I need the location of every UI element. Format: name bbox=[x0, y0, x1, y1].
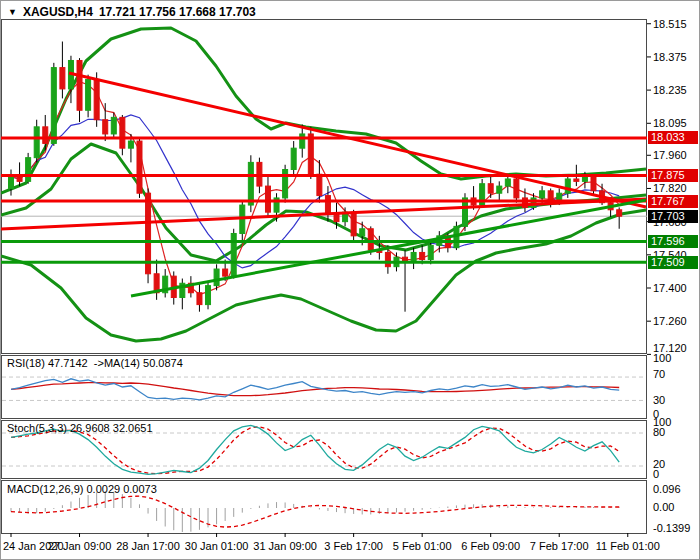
svg-text:17.120: 17.120 bbox=[653, 342, 687, 354]
candle bbox=[283, 170, 288, 198]
trading-chart-window: { "title": { "dropdown_icon": "▼", "symb… bbox=[0, 0, 700, 560]
svg-text:17.960: 17.960 bbox=[653, 149, 687, 161]
svg-text:17.260: 17.260 bbox=[653, 315, 687, 327]
candle bbox=[582, 177, 587, 182]
candle bbox=[334, 215, 339, 222]
price-level-label-17.509: 17.509 bbox=[648, 256, 698, 269]
svg-text:11 Feb 01:00: 11 Feb 01:00 bbox=[596, 540, 660, 552]
candle bbox=[565, 179, 570, 193]
candle bbox=[231, 233, 236, 276]
time-axis: 24 Jan 202027 Jan 09:0028 Jan 17:0030 Ja… bbox=[3, 533, 660, 552]
candle bbox=[137, 141, 142, 193]
candle bbox=[488, 184, 493, 193]
candle bbox=[34, 127, 39, 158]
svg-text:-0.1399: -0.1399 bbox=[653, 522, 690, 534]
svg-text:31 Jan 09:00: 31 Jan 09:00 bbox=[253, 540, 317, 552]
svg-text:0: 0 bbox=[653, 468, 659, 480]
candle bbox=[86, 79, 91, 110]
macd-indicator-label: MACD(12,26,9) 0.0029 0.0073 bbox=[7, 483, 157, 495]
candle bbox=[128, 141, 133, 148]
candle bbox=[411, 252, 416, 261]
candle bbox=[317, 174, 322, 195]
price-axis: 18.51518.37518.23518.09517.96017.82017.6… bbox=[647, 18, 687, 355]
candle bbox=[325, 196, 330, 215]
candle bbox=[540, 191, 545, 198]
svg-text:18.375: 18.375 bbox=[653, 51, 687, 63]
svg-text:30: 30 bbox=[653, 394, 665, 406]
price-level-label-17.767: 17.767 bbox=[648, 195, 698, 208]
candle bbox=[26, 158, 31, 182]
candle bbox=[214, 269, 219, 286]
candle bbox=[248, 162, 253, 205]
price-level-label-17.596: 17.596 bbox=[648, 235, 698, 248]
candle bbox=[120, 117, 125, 148]
svg-text:0.00: 0.00 bbox=[653, 501, 674, 513]
stoch-indicator-label: Stoch(5,3,3) 26.9608 32.0651 bbox=[7, 422, 153, 434]
candle bbox=[505, 179, 510, 186]
candle bbox=[385, 252, 390, 266]
candle bbox=[497, 186, 502, 193]
svg-text:80: 80 bbox=[653, 426, 665, 438]
candle bbox=[43, 127, 48, 144]
ascending-support-red bbox=[1, 199, 646, 229]
candle bbox=[103, 120, 108, 134]
candle bbox=[51, 68, 56, 144]
candle bbox=[94, 79, 99, 119]
ascending-support-green bbox=[131, 200, 646, 296]
svg-text:6 Feb 09:00: 6 Feb 09:00 bbox=[461, 540, 520, 552]
svg-text:27 Jan 09:00: 27 Jan 09:00 bbox=[48, 540, 112, 552]
candle bbox=[514, 179, 519, 198]
candle bbox=[617, 210, 622, 216]
candle bbox=[574, 179, 579, 181]
candle bbox=[223, 269, 228, 276]
candle bbox=[368, 229, 373, 250]
svg-text:70: 70 bbox=[653, 368, 665, 380]
price-level-label-17.875: 17.875 bbox=[648, 169, 698, 182]
candle bbox=[17, 177, 22, 182]
svg-text:0.096: 0.096 bbox=[653, 483, 681, 495]
symbol-period-label: XAGUSD,H4 bbox=[23, 5, 93, 19]
candle bbox=[428, 245, 433, 259]
candle bbox=[9, 177, 14, 189]
svg-text:18.235: 18.235 bbox=[653, 84, 687, 96]
candle bbox=[300, 134, 305, 148]
candle bbox=[360, 229, 365, 236]
candle bbox=[420, 252, 425, 259]
candle bbox=[308, 134, 313, 174]
candle bbox=[60, 68, 65, 89]
candle bbox=[111, 117, 116, 134]
svg-text:18.515: 18.515 bbox=[653, 18, 687, 30]
candle bbox=[265, 186, 270, 212]
candle bbox=[351, 212, 356, 236]
chart-title-bar: ▼ XAGUSD,H4 17.721 17.756 17.668 17.703 bbox=[8, 5, 256, 19]
svg-text:18.095: 18.095 bbox=[653, 117, 687, 129]
candle bbox=[197, 293, 202, 305]
candle bbox=[77, 60, 82, 110]
candle bbox=[206, 286, 211, 305]
price-level-label-18.033: 18.033 bbox=[648, 131, 698, 144]
svg-text:7 Feb 17:00: 7 Feb 17:00 bbox=[530, 540, 589, 552]
candle bbox=[591, 177, 596, 191]
price-chart-svg: 10070300100802000.0960.00-0.139918.51518… bbox=[1, 1, 700, 560]
svg-text:30 Jan 01:00: 30 Jan 01:00 bbox=[185, 540, 249, 552]
svg-text:5 Feb 01:00: 5 Feb 01:00 bbox=[393, 540, 452, 552]
rsi-indicator-label: RSI(18) 47.7142 ->MA(14) 50.0874 bbox=[7, 357, 183, 369]
svg-text:17.820: 17.820 bbox=[653, 182, 687, 194]
svg-text:17.400: 17.400 bbox=[653, 282, 687, 294]
candle bbox=[291, 148, 296, 169]
price-level-label-17.703: 17.703 bbox=[648, 210, 698, 223]
svg-text:28 Jan 17:00: 28 Jan 17:00 bbox=[116, 540, 180, 552]
svg-text:3 Feb 17:00: 3 Feb 17:00 bbox=[324, 540, 383, 552]
symbol-dropdown-icon[interactable]: ▼ bbox=[8, 7, 17, 17]
quote-ohlc-values: 17.721 17.756 17.668 17.703 bbox=[99, 5, 256, 19]
